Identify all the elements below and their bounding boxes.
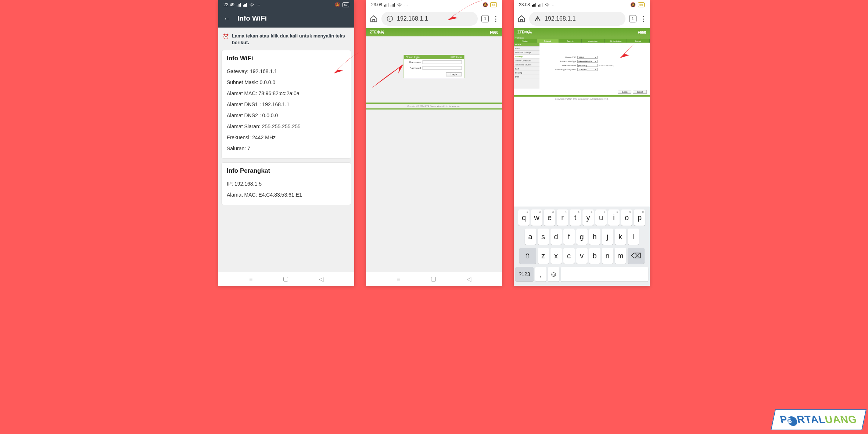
side-group[interactable]: Routing	[514, 71, 539, 75]
status-bar: 23.08 ··· 🔕 56	[366, 0, 502, 9]
key-f[interactable]: f	[563, 229, 575, 245]
tab-security[interactable]: Security	[559, 39, 582, 43]
battery-icon: 56	[490, 2, 497, 7]
device-info-card[interactable]: Info Perangkat IP: 192.168.1.5 Alamat MA…	[221, 162, 351, 205]
password-input[interactable]	[423, 66, 462, 70]
key-n[interactable]: n	[602, 248, 613, 264]
side-item[interactable]: Access Control List	[514, 59, 539, 63]
login-button[interactable]: Login	[446, 72, 462, 76]
key-j[interactable]: j	[602, 229, 613, 245]
key-q[interactable]: 1q	[518, 209, 530, 226]
key-i[interactable]: 8i	[608, 209, 620, 226]
tabs-button[interactable]: 1	[481, 15, 489, 22]
side-item-selected[interactable]: Security	[514, 55, 539, 59]
key-r[interactable]: 4r	[557, 209, 568, 226]
side-group[interactable]: LAN	[514, 67, 539, 71]
url-text: 192.168.1.1	[397, 15, 428, 22]
key-symbols[interactable]: ?123	[515, 267, 534, 281]
status-time: 22.49	[223, 2, 234, 7]
side-item[interactable]: Basic	[514, 47, 539, 51]
key-w[interactable]: 2w	[531, 209, 542, 226]
key-u[interactable]: 7u	[595, 209, 607, 226]
lang-link[interactable]: 中Chinese	[515, 37, 524, 39]
key-x[interactable]: x	[550, 248, 562, 264]
action-buttons: Submit Cancel	[514, 89, 650, 95]
username-input[interactable]	[423, 60, 462, 64]
pass-input[interactable]: portaluang	[577, 64, 598, 67]
key-g[interactable]: g	[576, 229, 588, 245]
key-t[interactable]: 5t	[570, 209, 581, 226]
info-row: Alamat DNS1 : 192.168.1.1	[227, 99, 346, 110]
key-b[interactable]: b	[589, 248, 600, 264]
status-time: 23.08	[371, 2, 382, 7]
side-item[interactable]: Associated Devices	[514, 63, 539, 67]
tab-network[interactable]: Network	[537, 39, 559, 43]
home-icon[interactable]	[370, 15, 378, 23]
home-button[interactable]	[283, 277, 288, 281]
ssid-select[interactable]: SSID1▾	[577, 56, 598, 59]
key-p[interactable]: 0p	[634, 209, 645, 226]
key-l[interactable]: l	[628, 229, 639, 245]
recents-button[interactable]: ≡	[397, 276, 400, 283]
home-icon[interactable]	[517, 15, 526, 23]
enc-select[interactable]: TKIP+AES▾	[577, 68, 598, 71]
side-group[interactable]: PON	[514, 75, 539, 79]
ssid-label: Choose SSID	[542, 56, 576, 58]
key-k[interactable]: k	[615, 229, 626, 245]
kb-row-3: ⇧ z x c v b n m ⌫	[515, 248, 648, 264]
recents-button[interactable]: ≡	[249, 276, 252, 283]
key-emoji[interactable]: ☺	[548, 267, 559, 281]
admin-tabs: Status Network Security Application Admi…	[514, 39, 650, 43]
tab-logout[interactable]: Logout	[627, 39, 650, 43]
wifi-icon	[545, 3, 550, 7]
key-y[interactable]: 6y	[582, 209, 594, 226]
url-bar[interactable]: 192.168.1.1	[381, 12, 478, 26]
admin-body: WLAN Basic Multi-SSID Settings Security …	[514, 43, 650, 89]
lang-link[interactable]: 中Chinese	[451, 55, 463, 59]
signal-icon	[384, 3, 388, 7]
tab-status[interactable]: Status	[514, 39, 537, 43]
key-o[interactable]: 9o	[621, 209, 632, 226]
submit-button[interactable]: Submit	[618, 90, 632, 94]
key-a[interactable]: a	[525, 229, 536, 245]
auth-select[interactable]: WPA/WPA2-PSK▾	[577, 60, 598, 63]
key-c[interactable]: c	[563, 248, 575, 264]
back-button[interactable]: ◁	[467, 276, 471, 283]
tabs-button[interactable]: 1	[629, 15, 636, 22]
back-button[interactable]: ←	[223, 14, 231, 23]
key-shift[interactable]: ⇧	[519, 248, 536, 264]
menu-button[interactable]: ⋮	[640, 15, 646, 23]
wifi-info-card[interactable]: Info WiFi Gateway: 192.168.1.1 Subnet Ma…	[221, 50, 351, 159]
info-row: Subnet Mask: 0.0.0.0	[227, 77, 346, 88]
menu-button[interactable]: ⋮	[492, 15, 498, 23]
key-d[interactable]: d	[550, 229, 562, 245]
cancel-button[interactable]: Cancel	[633, 90, 647, 94]
info-row: Alamat DNS2 : 0.0.0.0	[227, 110, 346, 121]
back-button[interactable]: ◁	[319, 276, 323, 283]
key-h[interactable]: h	[589, 229, 600, 245]
tab-application[interactable]: Application	[582, 39, 605, 43]
key-m[interactable]: m	[615, 248, 626, 264]
signal-icon-2	[391, 3, 395, 7]
side-item[interactable]: Multi-SSID Settings	[514, 51, 539, 55]
key-comma[interactable]: ,	[535, 267, 546, 281]
key-v[interactable]: v	[576, 248, 588, 264]
key-e[interactable]: 3e	[544, 209, 555, 226]
button-row: Login	[404, 71, 464, 78]
home-button[interactable]	[431, 277, 436, 281]
key-backspace[interactable]: ⌫	[628, 248, 645, 264]
ssid-row: Choose SSID SSID1▾	[542, 55, 647, 59]
info-row: IP: 192.168.1.5	[227, 178, 346, 189]
tab-administration[interactable]: Administration	[605, 39, 627, 43]
pass-row: WPA Passphrase portaluang (8 ~ 63 charac…	[542, 63, 647, 67]
key-space[interactable]	[561, 267, 648, 281]
status-bar: 22.49 ··· 🔕 57	[218, 0, 354, 9]
login-header: Please login... 中Chinese	[404, 55, 464, 59]
router-model: F660	[638, 31, 646, 35]
key-s[interactable]: s	[538, 229, 549, 245]
key-z[interactable]: z	[538, 248, 549, 264]
more-icon: ···	[552, 2, 556, 7]
wifi-icon	[397, 3, 402, 7]
url-bar[interactable]: 192.168.1.1	[529, 12, 625, 26]
auth-row: Authentication Type WPA/WPA2-PSK▾	[542, 59, 647, 63]
